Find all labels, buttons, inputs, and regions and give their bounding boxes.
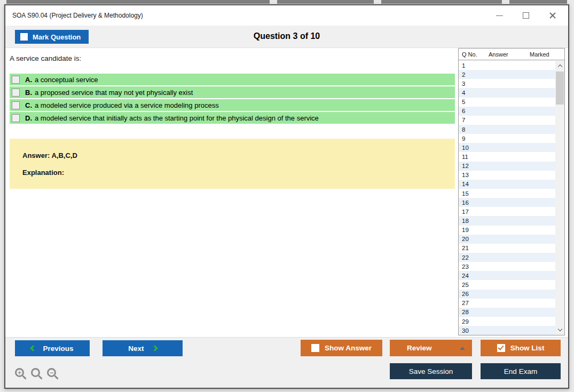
show-list-button[interactable]: Show List	[481, 340, 561, 356]
list-item[interactable]: 5	[459, 98, 555, 107]
list-item[interactable]: 12	[459, 162, 555, 171]
list-item[interactable]: 8	[459, 125, 555, 134]
column-header-qno: Q No.	[459, 51, 489, 58]
list-item-qno: 17	[459, 209, 489, 215]
minimize-button[interactable]	[486, 5, 513, 26]
zoom-controls: + −	[15, 368, 56, 377]
option-letter: D.	[25, 114, 32, 122]
previous-label: Previous	[43, 345, 73, 353]
option-checkbox[interactable]	[12, 101, 20, 109]
list-item[interactable]: 13	[459, 171, 555, 180]
list-item[interactable]: 18	[459, 216, 555, 225]
close-button[interactable]	[539, 5, 566, 26]
review-button[interactable]: Review	[390, 340, 472, 356]
list-item[interactable]: 10	[459, 143, 555, 152]
explanation-label: Explanation:	[22, 169, 455, 177]
list-item[interactable]: 9	[459, 134, 555, 143]
title-bar[interactable]: SOA S90.04 (Project Delivery & Methodolo…	[5, 5, 568, 26]
zoom-in-button[interactable]: +	[15, 368, 24, 377]
list-item-qno: 29	[459, 318, 489, 325]
list-item[interactable]: 4	[459, 88, 555, 97]
option-checkbox[interactable]	[12, 114, 20, 122]
list-item-qno: 16	[459, 199, 489, 206]
list-item-qno: 6	[459, 108, 489, 114]
list-item[interactable]: 29	[459, 317, 555, 326]
list-item[interactable]: 20	[459, 235, 555, 244]
list-item-qno: 10	[459, 145, 489, 151]
list-item[interactable]: 7	[459, 116, 555, 125]
end-exam-label: End Exam	[504, 367, 537, 375]
end-exam-button[interactable]: End Exam	[481, 363, 561, 379]
list-item-qno: 2	[459, 71, 489, 78]
list-item[interactable]: 11	[459, 152, 555, 161]
save-session-button[interactable]: Save Session	[390, 363, 472, 379]
option-text: a modeled service produced via a service…	[35, 101, 219, 109]
list-item[interactable]: 15	[459, 189, 555, 198]
question-list-header: Q No. Answer Marked	[459, 49, 564, 60]
list-item-qno: 20	[459, 236, 489, 242]
option-checkbox[interactable]	[12, 89, 20, 97]
show-list-checkbox[interactable]	[497, 344, 505, 352]
maximize-button[interactable]	[513, 5, 539, 26]
list-item[interactable]: 3	[459, 79, 555, 88]
list-item[interactable]: 28	[459, 308, 555, 317]
chevron-right-icon	[152, 345, 158, 351]
list-item[interactable]: 22	[459, 253, 555, 262]
list-scrollbar[interactable]	[555, 61, 564, 335]
list-item[interactable]: 17	[459, 207, 555, 216]
answer-text: Answer: A,B,C,D	[22, 151, 455, 159]
option-row[interactable]: C. a modeled service produced via a serv…	[10, 99, 455, 111]
show-answer-checkbox[interactable]	[311, 344, 319, 352]
option-letter: C.	[25, 101, 32, 109]
scroll-down-button[interactable]	[555, 325, 564, 334]
list-item[interactable]: 25	[459, 280, 555, 289]
review-label: Review	[407, 344, 432, 352]
save-session-label: Save Session	[409, 367, 453, 375]
list-item-qno: 18	[459, 218, 489, 224]
option-text: a conceptual service	[35, 76, 98, 84]
list-item-qno: 1	[459, 62, 489, 69]
list-item[interactable]: 24	[459, 271, 555, 280]
option-letter: B.	[25, 89, 32, 97]
list-item[interactable]: 23	[459, 262, 555, 271]
list-item-qno: 11	[459, 154, 489, 160]
list-item-qno: 15	[459, 190, 489, 197]
option-checkbox[interactable]	[12, 76, 20, 84]
previous-button[interactable]: Previous	[15, 340, 90, 356]
question-header-band: Mark Question Question 3 of 10	[5, 26, 568, 48]
option-text: a proposed service that may not yet phys…	[35, 89, 193, 97]
zoom-out-button[interactable]: −	[47, 368, 56, 377]
option-row[interactable]: B. a proposed service that may not yet p…	[10, 86, 455, 98]
list-item[interactable]: 1	[459, 61, 555, 70]
triangle-up-icon	[460, 347, 465, 350]
zoom-out-icon: −	[47, 368, 56, 377]
list-item[interactable]: 30	[459, 326, 555, 335]
list-item-qno: 27	[459, 300, 489, 306]
zoom-in-icon: +	[15, 368, 24, 377]
next-button[interactable]: Next	[103, 340, 183, 356]
scrollbar-thumb[interactable]	[556, 71, 564, 105]
zoom-reset-button[interactable]	[31, 368, 40, 377]
list-item[interactable]: 2	[459, 70, 555, 79]
list-item-qno: 5	[459, 99, 489, 105]
list-item[interactable]: 14	[459, 180, 555, 189]
list-item-qno: 19	[459, 227, 489, 233]
list-item[interactable]: 19	[459, 226, 555, 235]
list-item[interactable]: 6	[459, 107, 555, 116]
scroll-up-button[interactable]	[555, 61, 564, 70]
option-row[interactable]: D. a modeled service that initially acts…	[10, 112, 455, 124]
list-item[interactable]: 26	[459, 290, 555, 299]
options-list: A. a conceptual service B. a proposed se…	[10, 74, 455, 125]
list-item[interactable]: 16	[459, 198, 555, 207]
close-icon	[549, 12, 556, 19]
chevron-left-icon	[30, 345, 36, 351]
list-item[interactable]: 21	[459, 244, 555, 253]
minimize-icon	[496, 15, 503, 16]
show-answer-button[interactable]: Show Answer	[301, 340, 382, 356]
list-item-qno: 21	[459, 245, 489, 251]
list-item-qno: 22	[459, 254, 489, 261]
window-title: SOA S90.04 (Project Delivery & Methodolo…	[12, 12, 143, 19]
list-item[interactable]: 27	[459, 299, 555, 308]
option-row[interactable]: A. a conceptual service	[10, 74, 455, 85]
chevron-down-icon	[557, 327, 562, 331]
